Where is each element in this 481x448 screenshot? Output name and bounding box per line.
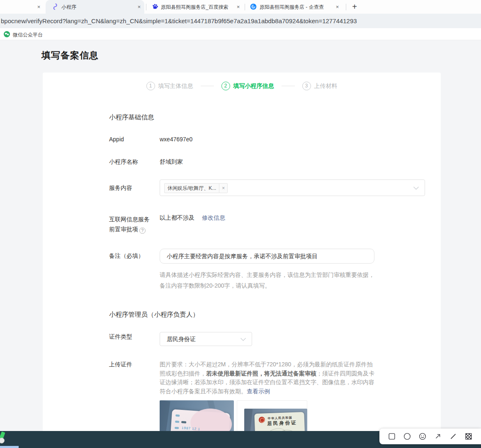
arrow-tool-button[interactable] (432, 431, 443, 442)
step-2-label: 填写小程序信息 (233, 82, 274, 90)
page-title: 填写备案信息 (41, 49, 99, 62)
tab-title: 原阳县熙耳阁服务店 - 企查查 (260, 4, 324, 11)
chevron-down-icon (240, 336, 246, 341)
tab-separator (146, 4, 146, 10)
view-example-link[interactable]: 查看示例 (247, 388, 270, 395)
step-1-number: 1 (146, 82, 155, 90)
tab-baidu-search[interactable]: 原阳县熙耳阁服务店_百度搜索 × (148, 0, 243, 14)
tab-title: 小程序 (61, 4, 76, 11)
tab-qichacha[interactable]: 原阳县熙耳阁服务店 - 企查查 × (246, 0, 346, 14)
preapproval-value: 以上都不涉及 修改信息 (160, 214, 225, 222)
miniprogram-icon (51, 3, 58, 10)
idcard-front-birth: 1987 12 1 (182, 426, 200, 431)
tab-cropped[interactable]: × (0, 0, 44, 14)
step-3-number: 3 (302, 82, 311, 90)
page-background: 填写备案信息 1 填写主体信息 2 填写小程序信息 3 上传材料 (0, 40, 481, 448)
help-question-icon[interactable]: ? (139, 228, 146, 234)
national-emblem-icon (259, 417, 265, 423)
section-basic-info: 小程序基础信息 (109, 113, 154, 122)
rect-tool-button[interactable] (386, 431, 397, 442)
tab-close-icon[interactable]: × (235, 4, 241, 10)
preapproval-label: 互联网信息服务 前置审批项? (109, 214, 159, 234)
tab-close-icon[interactable]: × (334, 4, 340, 10)
step-divider (201, 86, 214, 86)
chevron-down-icon (413, 184, 419, 190)
preapproval-label-line1: 互联网信息服务 (109, 216, 150, 223)
remark-help-text: 请具体描述小程序实际经营内容、主要服务内容，该信息为主管部门审核重要依据，备注内… (160, 269, 377, 291)
remark-input[interactable]: 小程序主要经营内容是按摩服务，承诺不涉及前置审批项目 (160, 249, 374, 264)
wechat-icon (4, 31, 10, 37)
step-1-label: 填写主体信息 (158, 82, 193, 90)
upload-requirements: 图片要求：大小不超过2M，分辨率不低于720*1280，必须为最新的纸质证件原件… (160, 360, 377, 396)
step-2-active: 2 填写小程序信息 (221, 82, 274, 90)
preapproval-label-line2: 前置审批项 (109, 226, 138, 232)
idtype-label: 证件类型 (109, 333, 132, 341)
miniprogram-name-label: 小程序名称 (109, 158, 138, 166)
step-2-number: 2 (221, 82, 230, 90)
bookmark-bar: 微信公众平台 (0, 28, 481, 40)
idtype-select[interactable]: 居民身份证 (160, 332, 252, 346)
remark-label: 备注（必填） (109, 252, 144, 260)
new-tab-button[interactable]: + (350, 2, 360, 12)
modify-info-link[interactable]: 修改信息 (202, 214, 225, 221)
browser-tab-bar: × 小程序 × 原阳县熙耳阁服务店_百度搜索 × 原阳县熙耳阁服务店 - 企查查… (0, 0, 481, 14)
tab-separator (346, 4, 346, 10)
pen-tool-button[interactable] (448, 431, 459, 442)
screenshot-stage: × 小程序 × 原阳县熙耳阁服务店_百度搜索 × 原阳县熙耳阁服务店 - 企查查… (0, 0, 481, 448)
idtype-value: 居民身份证 (167, 336, 196, 343)
preapproval-selection: 以上都不涉及 (160, 214, 194, 221)
step-3: 3 上传材料 (302, 82, 338, 90)
url-text[interactable]: bpocnew/verifyRecord?lang=zh_CN&lang=zh_… (1, 17, 357, 24)
tab-separator (245, 4, 245, 10)
emoji-tool-button[interactable] (417, 431, 428, 442)
bookmark-wechat-mp[interactable]: 微信公众平台 (13, 31, 43, 39)
step-indicator: 1 填写主体信息 2 填写小程序信息 3 上传材料 (43, 82, 441, 90)
miniprogram-name-value: 舒域到家 (160, 158, 183, 166)
service-content-select[interactable]: 休闲娱乐/歌舞厅、K... × (160, 179, 425, 196)
tag-remove-icon[interactable]: × (219, 183, 228, 193)
upload-cert-label: 上传证件 (109, 361, 132, 368)
qichacha-icon (250, 3, 257, 10)
appid-value: wxe47697e0 (160, 136, 193, 143)
step-1: 1 填写主体信息 (146, 82, 193, 90)
tab-close-icon[interactable]: × (36, 4, 42, 10)
service-tag-text: 休闲娱乐/歌舞厅、K... (164, 183, 219, 193)
idcard-back-title: 居民身份证 (267, 420, 297, 427)
form-card: 1 填写主体信息 2 填写小程序信息 3 上传材料 小程序基础信息 Appid … (43, 73, 441, 448)
service-tag: 休闲娱乐/歌舞厅、K... × (164, 183, 228, 193)
baidu-icon (152, 3, 158, 10)
service-content-label: 服务内容 (109, 184, 132, 192)
section-admin: 小程序管理员（小程序负责人） (109, 310, 199, 319)
taskbar-corner-strip (0, 446, 19, 448)
tab-close-icon[interactable]: × (136, 4, 142, 10)
tab-miniprogram[interactable]: 小程序 × (46, 0, 144, 14)
step-3-label: 上传材料 (314, 82, 338, 90)
tab-title: 原阳县熙耳阁服务店_百度搜索 (161, 4, 228, 11)
ellipse-tool-button[interactable] (402, 431, 413, 442)
req-bold: 若未使用最新证件照，将无法通过备案审核 (206, 370, 316, 377)
mosaic-tool-button[interactable] (463, 431, 474, 442)
address-bar[interactable]: bpocnew/verifyRecord?lang=zh_CN&lang=zh_… (0, 14, 481, 28)
screenshot-annotation-toolbar (379, 429, 481, 444)
appid-label: Appid (109, 136, 124, 143)
step-divider (282, 86, 295, 86)
